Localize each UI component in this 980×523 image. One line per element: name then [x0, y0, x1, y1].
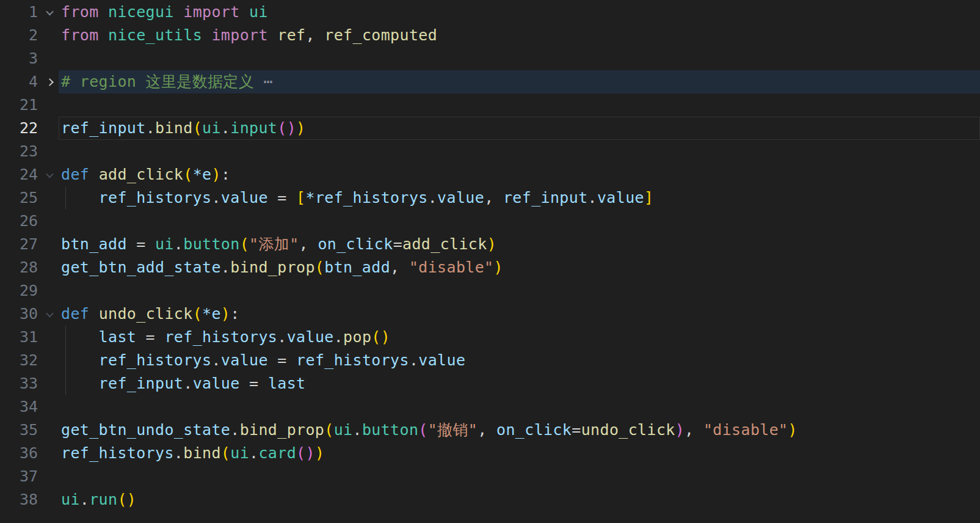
code-text: ref_historys.value = [*ref_historys.valu…	[61, 186, 980, 210]
line-number[interactable]: 30	[0, 302, 38, 326]
line-number[interactable]: 21	[0, 93, 38, 117]
code-token: ()	[117, 491, 136, 508]
code-line[interactable]: 2from nice_utils import ref, ref_compute…	[0, 24, 980, 47]
code-token: ()	[296, 444, 315, 462]
code-line[interactable]: 21	[0, 93, 980, 117]
code-text: last = ref_historys.value.pop()	[61, 326, 980, 349]
gutter: 34	[0, 395, 61, 419]
code-token: .	[249, 444, 258, 462]
chevron-down-icon[interactable]	[46, 309, 54, 317]
line-number[interactable]: 4	[0, 70, 38, 93]
fold-control	[38, 79, 61, 85]
code-line[interactable]: 33 ref_input.value = last	[0, 372, 980, 395]
chevron-down-icon[interactable]	[46, 7, 54, 15]
code-token	[99, 26, 108, 44]
code-token: undo_click	[581, 421, 675, 439]
gutter: 25	[0, 186, 61, 210]
gutter: 30	[0, 302, 61, 326]
code-token: (	[193, 305, 202, 323]
chevron-right-icon[interactable]	[46, 78, 54, 86]
line-number[interactable]: 35	[0, 419, 38, 442]
line-number[interactable]: 38	[0, 488, 38, 511]
line-number[interactable]: 37	[0, 465, 38, 488]
gutter: 38	[0, 488, 61, 511]
code-token: ,	[484, 189, 503, 207]
code-line[interactable]: 29	[0, 279, 980, 302]
code-token: input	[230, 119, 277, 137]
code-token: ref_input	[61, 119, 146, 137]
code-token: nice_utils	[108, 26, 202, 44]
code-token: "disable"	[409, 258, 494, 276]
code-line[interactable]: 26	[0, 210, 980, 233]
line-number[interactable]: 26	[0, 210, 38, 233]
code-line[interactable]: 24def add_click(*e):	[0, 163, 980, 186]
code-line[interactable]: 37	[0, 465, 980, 488]
code-token: value	[221, 189, 268, 207]
gutter: 4	[0, 70, 61, 93]
line-number[interactable]: 32	[0, 349, 38, 372]
code-token	[268, 26, 277, 44]
line-number[interactable]: 25	[0, 186, 38, 210]
code-token	[61, 351, 99, 369]
code-text: from nicegui import ui	[61, 1, 980, 24]
code-token: btn_add	[324, 258, 390, 276]
line-number[interactable]: 24	[0, 163, 38, 186]
code-text	[61, 140, 980, 163]
line-number[interactable]: 3	[0, 47, 38, 70]
code-text: ref_historys.value = ref_historys.value	[61, 349, 980, 372]
code-line[interactable]: 34	[0, 395, 980, 419]
line-number[interactable]: 22	[0, 117, 38, 140]
code-token: *e	[193, 166, 212, 183]
line-number[interactable]: 2	[0, 24, 38, 47]
code-text	[61, 465, 980, 488]
code-text: # region 这里是数据定义 ⋯	[61, 70, 980, 93]
code-token: (	[240, 235, 249, 253]
code-token: *e	[202, 305, 221, 323]
line-number[interactable]: 34	[0, 395, 38, 419]
code-text: ref_input.value = last	[61, 372, 980, 395]
code-token: (	[418, 421, 427, 439]
code-line[interactable]: 4# region 这里是数据定义 ⋯	[0, 70, 980, 93]
code-token: ()	[371, 328, 390, 346]
code-token: bind	[183, 444, 221, 462]
line-number[interactable]: 36	[0, 442, 38, 465]
code-token: (	[221, 444, 230, 462]
code-token: ref	[277, 26, 305, 44]
code-line[interactable]: 30def undo_click(*e):	[0, 302, 980, 326]
code-token: btn_add	[61, 235, 127, 253]
code-token: =	[127, 235, 155, 253]
code-token: .	[174, 235, 183, 253]
code-token: "撤销"	[428, 421, 478, 439]
code-line[interactable]: 36ref_historys.bind(ui.card())	[0, 442, 980, 465]
code-line[interactable]: 25 ref_historys.value = [*ref_historys.v…	[0, 186, 980, 210]
code-line[interactable]: 28get_btn_add_state.bind_prop(btn_add, "…	[0, 256, 980, 279]
code-line[interactable]: 23	[0, 140, 980, 163]
code-line[interactable]: 27btn_add = ui.button("添加", on_click=add…	[0, 233, 980, 256]
line-number[interactable]: 33	[0, 372, 38, 395]
code-line[interactable]: 1from nicegui import ui	[0, 1, 980, 24]
code-line[interactable]: 22ref_input.bind(ui.input())	[0, 117, 980, 140]
line-number[interactable]: 28	[0, 256, 38, 279]
code-text: def undo_click(*e):	[61, 302, 980, 326]
code-text: ref_input.bind(ui.input())	[61, 117, 980, 140]
code-line[interactable]: 38ui.run()	[0, 488, 980, 511]
code-line[interactable]: 35get_btn_undo_state.bind_prop(ui.button…	[0, 419, 980, 442]
fold-control	[38, 312, 61, 317]
code-line[interactable]: 32 ref_historys.value = ref_historys.val…	[0, 349, 980, 372]
line-number[interactable]: 27	[0, 233, 38, 256]
gutter: 23	[0, 140, 61, 163]
gutter: 24	[0, 163, 61, 186]
code-text: btn_add = ui.button("添加", on_click=add_c…	[61, 233, 980, 256]
line-number[interactable]: 29	[0, 279, 38, 302]
line-number[interactable]: 23	[0, 140, 38, 163]
line-number[interactable]: 31	[0, 326, 38, 349]
code-line[interactable]: 3	[0, 47, 980, 70]
code-token: =	[572, 421, 581, 439]
chevron-down-icon[interactable]	[46, 170, 54, 178]
code-token: )	[788, 421, 797, 439]
code-token: .	[230, 421, 239, 439]
code-token: ref_historys	[99, 351, 212, 369]
code-text	[61, 47, 980, 70]
line-number[interactable]: 1	[0, 1, 38, 24]
code-line[interactable]: 31 last = ref_historys.value.pop()	[0, 326, 980, 349]
